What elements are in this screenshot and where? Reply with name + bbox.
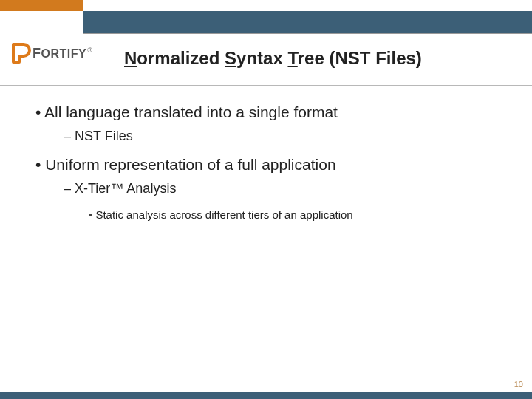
title-u2: S [225, 48, 236, 68]
brand-name: FORTIFY® [33, 46, 92, 61]
fortify-logo-icon [10, 43, 31, 64]
bullet-level1: All language translated into a single fo… [35, 103, 502, 121]
brand-first-letter: F [33, 46, 41, 61]
slide-title: Normalized Syntax Tree (NST Files) [124, 48, 422, 69]
slide-content: All language translated into a single fo… [35, 103, 502, 230]
top-orange-strip [0, 0, 83, 11]
title-u3: T [287, 48, 297, 68]
bullet-level2: X-Tier™ Analysis [64, 181, 502, 197]
title-u1: N [124, 48, 137, 68]
bullet-level1: Uniform representation of a full applica… [35, 156, 502, 174]
header-banner-underline [83, 33, 532, 34]
page-number: 10 [514, 380, 523, 389]
header-banner [83, 11, 532, 33]
bullet-level3: Static analysis across different tiers o… [89, 208, 502, 221]
title-t3: ree (NST Files) [298, 48, 422, 68]
brand-rest: ORTIFY [41, 47, 87, 60]
title-t1: ormalized [137, 48, 225, 68]
brand-registered: ® [87, 47, 92, 54]
horizontal-divider [0, 85, 532, 86]
slide: FORTIFY® Normalized Syntax Tree (NST Fil… [0, 0, 532, 399]
bullet-level2: NST Files [64, 129, 502, 144]
title-t2: yntax [236, 48, 287, 68]
footer-bar [0, 392, 532, 399]
logo-row: FORTIFY® [10, 43, 92, 64]
